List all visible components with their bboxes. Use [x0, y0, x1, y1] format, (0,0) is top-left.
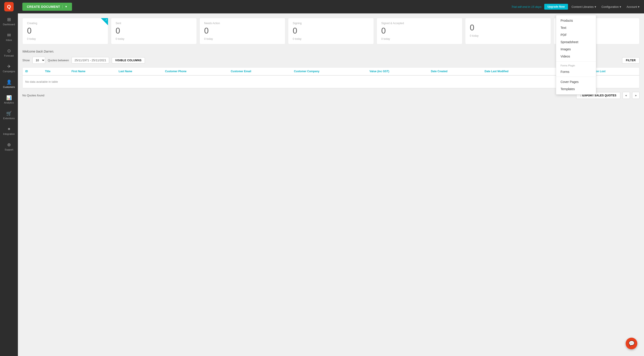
- col-header-date-created[interactable]: Date Created: [428, 68, 482, 75]
- trial-text: Trial will end in 15 days:: [512, 5, 542, 8]
- quotes-table-wrapper: IDTitleFirst NameLast NameCustomer Phone…: [22, 67, 640, 88]
- card-count-creating: 0: [27, 26, 104, 36]
- sidebar-item-campaigns[interactable]: ✈ Campaigns: [0, 60, 18, 76]
- card-today-needs-action: 0 today: [204, 37, 281, 40]
- sidebar-item-inbox[interactable]: ✉ Inbox: [0, 29, 18, 45]
- sidebar-label-support: Support: [5, 148, 14, 151]
- status-cards: Creating 0 0 today Sent 0 0 today Needs …: [22, 18, 640, 44]
- menu-item-products[interactable]: Products: [556, 17, 596, 24]
- table-body: No data available in table: [22, 75, 639, 88]
- col-header-value[interactable]: Value (inc GST): [367, 68, 428, 75]
- menu-item-forms[interactable]: Forms: [556, 68, 596, 75]
- pagination-next-button[interactable]: »: [632, 92, 640, 99]
- sidebar-label-forecast: Forecast: [4, 54, 14, 57]
- no-quotes-text: No Quotes found: [22, 94, 44, 97]
- sidebar-label-analytics: Analytics: [4, 101, 14, 104]
- welcome-text: Welcome back Darren.: [22, 50, 640, 53]
- col-header-customer-email[interactable]: Customer Email: [228, 68, 291, 75]
- sidebar-label-integration: Integration: [3, 132, 15, 135]
- col-header-date-last-modified[interactable]: Date Last Modified: [482, 68, 554, 75]
- filter-button[interactable]: FILTER: [622, 57, 640, 64]
- col-header-id[interactable]: ID: [22, 68, 42, 75]
- table-footer: No Quotes found ↓ EXPORT SALES QUOTES « …: [22, 92, 640, 99]
- content-libraries-link[interactable]: Content Libraries ▾ Products Text PDF Sp…: [572, 5, 596, 8]
- sidebar-item-integration[interactable]: ✦ Integration: [0, 123, 18, 139]
- support-icon: ⊕: [7, 142, 11, 147]
- main-area: CREATE DOCUMENT ▼ Trial will end in 15 d…: [18, 0, 644, 356]
- quotes-between-label: Quotes between: [48, 58, 69, 62]
- sidebar: Q ⊞ Dashboard ✉ Inbox ⊙ Forecast ✈ Campa…: [0, 0, 18, 356]
- sidebar-item-forecast[interactable]: ⊙ Forecast: [0, 45, 18, 60]
- card-today-creating: 0 today: [27, 37, 104, 40]
- sidebar-item-dashboard[interactable]: ⊞ Dashboard: [0, 14, 18, 29]
- inbox-icon: ✉: [7, 32, 11, 38]
- sidebar-label-dashboard: Dashboard: [3, 23, 15, 26]
- card-count-needs-action: 0: [204, 26, 281, 36]
- sidebar-label-inbox: Inbox: [6, 39, 12, 41]
- integration-icon: ✦: [7, 126, 11, 132]
- extentions-icon: 🛒: [6, 111, 12, 116]
- card-count-card6: 0: [470, 23, 546, 32]
- card-count-sent: 0: [116, 26, 192, 36]
- sidebar-item-extentions[interactable]: 🛒 Extentions: [0, 107, 18, 123]
- menu-item-cover-pages[interactable]: Cover Pages: [556, 78, 596, 86]
- menu-item-text[interactable]: Text: [556, 24, 596, 31]
- quotes-table: IDTitleFirst NameLast NameCustomer Phone…: [22, 68, 639, 88]
- sidebar-logo: Q: [0, 0, 18, 14]
- account-link[interactable]: Account ▾: [626, 5, 640, 8]
- dashboard-icon: ⊞: [7, 17, 11, 22]
- card-label-sent: Sent: [116, 22, 192, 25]
- create-document-button[interactable]: CREATE DOCUMENT ▼: [22, 3, 72, 11]
- sidebar-item-analytics[interactable]: 📊 Analytics: [0, 92, 18, 107]
- status-card-sent[interactable]: Sent 0 0 today: [111, 18, 197, 44]
- customers-icon: 👤: [6, 80, 12, 85]
- menu-item-templates[interactable]: Templates: [556, 86, 596, 92]
- sidebar-label-extentions: Extentions: [3, 117, 14, 120]
- create-doc-dropdown-arrow[interactable]: ▼: [62, 5, 68, 8]
- col-header-last-name[interactable]: Last Name: [116, 68, 162, 75]
- card-label-signing: Signing: [293, 22, 369, 25]
- filter-row: Show 10 25 50 Quotes between 25/11/1971 …: [22, 57, 640, 64]
- card-label-signed-accepted: Signed & Accepted: [381, 22, 458, 25]
- dropdown-divider: [556, 61, 596, 62]
- col-header-title[interactable]: Title: [42, 68, 69, 75]
- show-label: Show: [22, 58, 30, 62]
- status-card-signed-accepted[interactable]: Signed & Accepted 0 0 today: [376, 18, 462, 44]
- visible-columns-button[interactable]: VISIBLE COLUMNS: [112, 57, 145, 64]
- sidebar-item-support[interactable]: ⊕ Support: [0, 139, 18, 154]
- status-card-card6[interactable]: 0 0 today: [465, 18, 551, 44]
- show-select[interactable]: 10 25 50: [32, 57, 45, 64]
- status-card-needs-action[interactable]: Needs Action 0 0 today: [200, 18, 285, 44]
- chat-button[interactable]: 💬: [626, 338, 637, 349]
- sidebar-item-customers[interactable]: 👤 Customers: [0, 76, 18, 92]
- trial-banner: Trial will end in 15 days: Upgrade Now: [512, 4, 568, 10]
- col-header-customer-phone[interactable]: Customer Phone: [162, 68, 228, 75]
- pagination-prev-button[interactable]: «: [622, 92, 630, 99]
- card-today-signing: 0 today: [293, 37, 369, 40]
- no-data-cell: No data available in table: [22, 75, 639, 88]
- card-today-card6: 0 today: [470, 34, 546, 37]
- menu-item-videos[interactable]: Videos: [556, 53, 596, 60]
- forecast-icon: ⊙: [7, 48, 11, 54]
- content-libraries-dropdown: Products Text PDF Spreadsheet Images Vid…: [556, 15, 596, 94]
- col-header-first-name[interactable]: First Name: [69, 68, 116, 75]
- col-header-customer-company[interactable]: Customer Company: [291, 68, 367, 75]
- status-card-creating[interactable]: Creating 0 0 today: [22, 18, 108, 44]
- configuration-link[interactable]: Configuration ▾: [602, 5, 621, 8]
- card-count-signing: 0: [293, 26, 369, 36]
- sidebar-label-customers: Customers: [3, 86, 15, 88]
- upgrade-now-button[interactable]: Upgrade Now: [544, 4, 568, 10]
- forms-plugin-label: Forms Plugin: [556, 63, 596, 68]
- card-label-needs-action: Needs Action: [204, 22, 281, 25]
- no-data-row: No data available in table: [22, 75, 639, 88]
- date-range-picker[interactable]: 25/11/1971 - 25/11/2021: [72, 57, 109, 64]
- logo-icon[interactable]: Q: [4, 2, 14, 12]
- content-area: Creating 0 0 today Sent 0 0 today Needs …: [18, 14, 644, 356]
- topnav-links: Content Libraries ▾ Products Text PDF Sp…: [572, 5, 640, 8]
- menu-item-images[interactable]: Images: [556, 46, 596, 53]
- menu-item-spreadsheet[interactable]: Spreadsheet: [556, 38, 596, 46]
- menu-item-pdf[interactable]: PDF: [556, 31, 596, 38]
- campaigns-icon: ✈: [7, 64, 11, 69]
- card-today-signed-accepted: 0 today: [381, 37, 458, 40]
- status-card-signing[interactable]: Signing 0 0 today: [288, 18, 374, 44]
